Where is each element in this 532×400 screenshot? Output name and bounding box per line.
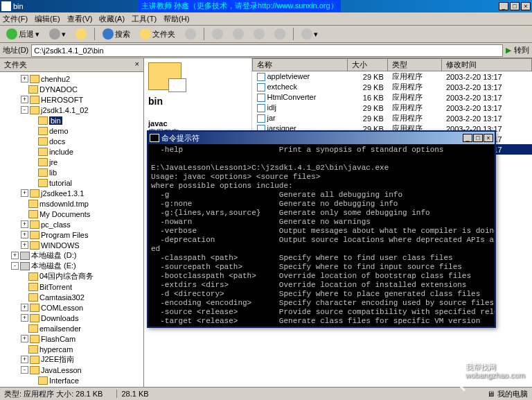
forward-button[interactable]: ▾	[46, 26, 69, 42]
expand-icon[interactable]: +	[21, 314, 28, 322]
tree-node[interactable]: lib	[1, 167, 142, 177]
tree-node[interactable]: 04国内综合商务	[1, 271, 142, 281]
tree-node[interactable]: My Documents	[1, 209, 142, 219]
expand-icon[interactable]: +	[21, 189, 28, 197]
back-button[interactable]: 后退 ▾	[3, 26, 43, 42]
delete-button[interactable]	[250, 26, 268, 42]
tree-node[interactable]: msdownld.tmp	[1, 198, 142, 209]
expand-icon[interactable]: -	[21, 106, 28, 114]
column-header[interactable]: 名称	[253, 59, 348, 71]
go-label[interactable]: 转到	[514, 45, 529, 55]
tree-node[interactable]: Camtasia302	[1, 292, 142, 302]
tree-node[interactable]: BitTorrent	[1, 281, 142, 292]
tree-node[interactable]: +COMLesson	[1, 302, 142, 313]
folder-icon	[28, 293, 38, 302]
tree-node[interactable]: +WINDOWS	[1, 240, 142, 250]
tree-node[interactable]: Interface	[1, 375, 142, 385]
expand-icon[interactable]: +	[21, 356, 28, 363]
file-list[interactable]: 名称大小类型修改时间 appletviewer29 KB应用程序2003-2-2…	[252, 58, 532, 136]
tree-node[interactable]: jre	[1, 157, 142, 167]
go-icon[interactable]: ▶	[506, 46, 511, 55]
toolbar: 后退 ▾ ▾ 搜索 文件夹 ▾	[0, 26, 532, 43]
column-header[interactable]: 类型	[388, 59, 442, 71]
tree-node-label: J2EE指南	[41, 354, 74, 365]
tree-node[interactable]: docs	[1, 136, 142, 146]
cmd-icon	[150, 134, 159, 142]
views-button[interactable]: ▾	[298, 26, 321, 42]
expand-icon[interactable]: +	[21, 241, 28, 249]
tree-node[interactable]: hypercam	[1, 344, 142, 354]
tree-node-label: chenhu2	[41, 75, 70, 83]
address-input[interactable]	[31, 44, 503, 57]
forward-icon	[49, 28, 60, 40]
file-row[interactable]: extcheck29 KB应用程序2003-2-20 13:17	[253, 82, 532, 92]
column-header[interactable]: 修改时间	[442, 59, 532, 71]
expand-icon[interactable]: +	[21, 231, 28, 238]
tree-node[interactable]: +本地磁盘 (D:)	[1, 250, 142, 261]
tree-node[interactable]: -本地磁盘 (E:)	[1, 261, 142, 271]
menu-help[interactable]: 帮助(H)	[163, 14, 189, 24]
copy-to-button[interactable]	[229, 26, 247, 42]
move-to-button[interactable]	[209, 26, 227, 42]
tree-node[interactable]: +chenhu2	[1, 73, 142, 84]
expand-icon[interactable]: +	[21, 220, 28, 228]
tree-node[interactable]: -j2sdk1.4.1_02	[1, 105, 142, 115]
minimize-button[interactable]: _	[499, 2, 508, 10]
expand-icon[interactable]: +	[21, 304, 28, 311]
cmd-maximize-button[interactable]: □	[473, 134, 483, 142]
tree-node-label: emailsender	[39, 324, 81, 333]
tree-node[interactable]: emailsender	[1, 323, 142, 333]
search-icon	[103, 28, 114, 40]
column-header[interactable]: 大小	[347, 59, 388, 71]
command-prompt-window[interactable]: 命令提示符 _ □ × -help Print a synopsis of st…	[147, 130, 496, 328]
tree-body[interactable]: +chenhu2DYNADOC+HEROSOFT-j2sdk1.4.1_02bi…	[0, 72, 143, 387]
up-button[interactable]	[72, 26, 90, 42]
tree-close-icon[interactable]: ×	[135, 60, 139, 70]
tree-node[interactable]: +J2EE指南	[1, 354, 142, 365]
cmd-minimize-button[interactable]: _	[463, 134, 472, 142]
tree-node[interactable]: include	[1, 146, 142, 157]
up-icon	[76, 28, 87, 40]
maximize-button[interactable]: □	[510, 2, 520, 10]
tree-node[interactable]: +j2sdkee1.3.1	[1, 188, 142, 198]
tree-node-label: j2sdkee1.3.1	[41, 189, 84, 198]
close-button[interactable]: ×	[521, 2, 531, 10]
tree-node[interactable]: demo	[1, 125, 142, 136]
cmd-output[interactable]: -help Print a synopsis of standard optio…	[148, 144, 495, 327]
tree-node[interactable]: bin	[1, 115, 142, 125]
expand-icon[interactable]: -	[21, 366, 28, 374]
menu-file[interactable]: 文件(F)	[3, 14, 28, 24]
tree-node[interactable]: +pc_class	[1, 219, 142, 229]
expand-icon[interactable]: +	[21, 96, 28, 103]
file-row[interactable]: appletviewer29 KB应用程序2003-2-20 13:17	[253, 71, 532, 82]
tree-node-label: WINDOWS	[41, 241, 80, 250]
file-row[interactable]: jar29 KB应用程序2003-2-20 13:17	[253, 113, 532, 123]
search-button[interactable]: 搜索	[99, 26, 134, 42]
tree-node[interactable]: +HEROSOFT	[1, 94, 142, 105]
expand-icon[interactable]: +	[11, 252, 19, 259]
tree-node[interactable]: +FlashCam	[1, 333, 142, 344]
tree-node[interactable]: +Downloads	[1, 313, 142, 323]
cmd-title-bar[interactable]: 命令提示符 _ □ ×	[148, 132, 495, 144]
folders-button[interactable]: 文件夹	[136, 26, 179, 42]
menu-edit[interactable]: 编辑(E)	[35, 14, 60, 24]
menu-tools[interactable]: 工具(T)	[132, 14, 157, 24]
menu-view[interactable]: 查看(V)	[67, 14, 93, 24]
menu-favorites[interactable]: 收藏(A)	[99, 14, 125, 24]
selected-file-name: javac	[148, 119, 247, 128]
tree-node[interactable]: tutorial	[1, 177, 142, 188]
undo-icon	[274, 28, 285, 40]
undo-button[interactable]	[271, 26, 289, 42]
file-row[interactable]: HtmlConverter16 KB应用程序2003-2-20 13:17	[253, 92, 532, 103]
folder-icon	[38, 127, 48, 135]
tree-node-label: DYNADOC	[39, 85, 78, 94]
file-row[interactable]: idlj29 KB应用程序2003-2-20 13:17	[253, 103, 532, 113]
tree-node[interactable]: -JavaLesson	[1, 365, 142, 375]
tree-node[interactable]: DYNADOC	[1, 84, 142, 94]
tree-node[interactable]: +Program Files	[1, 229, 142, 240]
expand-icon[interactable]: -	[11, 262, 19, 270]
cmd-close-button[interactable]: ×	[484, 134, 493, 142]
expand-icon[interactable]: +	[21, 75, 28, 82]
history-button[interactable]	[181, 26, 200, 42]
expand-icon[interactable]: +	[21, 335, 28, 342]
